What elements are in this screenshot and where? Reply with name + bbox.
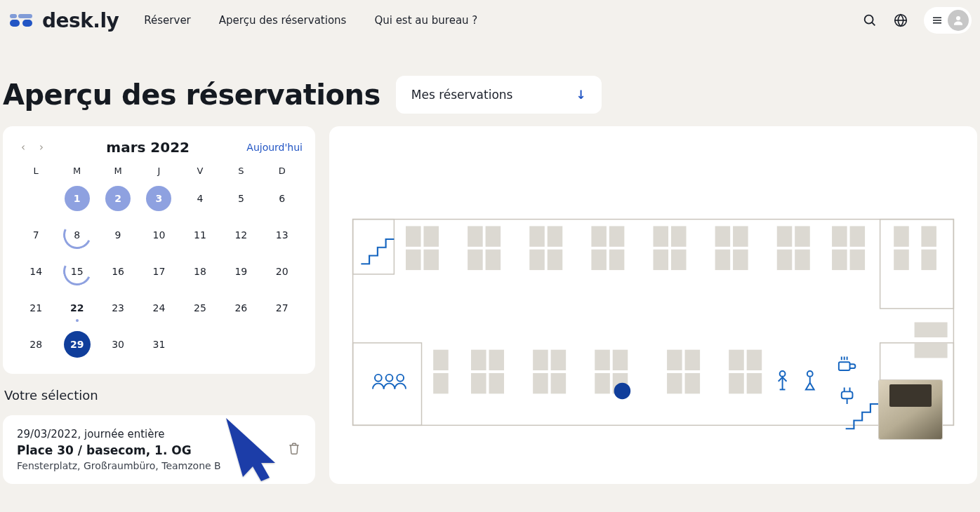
desk-cluster[interactable]	[654, 226, 687, 270]
search-icon	[862, 13, 878, 28]
logo[interactable]: desk.ly	[10, 9, 119, 32]
calendar-day[interactable]: 21	[15, 294, 56, 322]
calendar-day[interactable]: 13	[262, 221, 303, 249]
nav-reserve[interactable]: Réserver	[144, 14, 190, 27]
calendar-day[interactable]: 25	[180, 294, 220, 322]
calendar-dow: M	[56, 166, 97, 176]
calendar-day[interactable]: 4	[180, 184, 220, 213]
calendar-day[interactable]: 16	[98, 257, 138, 285]
calendar-day[interactable]: 14	[15, 257, 56, 285]
svg-point-19	[386, 375, 393, 382]
calendar-prev-button[interactable]: ‹	[15, 140, 31, 155]
calendar-dow: S	[220, 166, 261, 176]
floorplan[interactable]	[343, 140, 963, 470]
nav-who[interactable]: Qui est au bureau ?	[374, 14, 477, 27]
person-female-icon	[806, 371, 814, 389]
svg-point-18	[375, 375, 382, 382]
page-header: Aperçu des réservations Mes réservations…	[0, 41, 980, 126]
selection-place: Place 30 / basecom, 1. OG	[17, 443, 221, 457]
selection-card: 29/03/2022, journée entière Place 30 / b…	[3, 415, 315, 484]
globe-icon	[893, 13, 908, 28]
avatar-icon	[948, 10, 969, 31]
calendar-day[interactable]: 26	[220, 294, 261, 322]
desk-cluster[interactable]	[533, 350, 566, 394]
logo-mark-icon	[10, 13, 35, 28]
calendar-day[interactable]: 7	[15, 221, 56, 249]
stairs-icon	[361, 239, 394, 264]
calendar-dow: L	[15, 166, 56, 176]
desk[interactable]	[915, 322, 948, 337]
person-male-icon	[779, 371, 787, 389]
svg-point-22	[807, 371, 813, 377]
top-right	[862, 7, 974, 34]
desk-cluster[interactable]	[468, 226, 501, 270]
chevron-down-icon: ↓	[576, 88, 585, 102]
calendar-month-label: mars 2022	[106, 139, 190, 156]
desk-cluster[interactable]	[406, 226, 439, 270]
desk[interactable]	[915, 343, 948, 358]
calendar-dow: V	[180, 166, 220, 176]
calendar-grid: LMMJVSD123456789101112131415161718192021…	[15, 166, 303, 358]
calendar-day	[220, 330, 261, 358]
calendar-day[interactable]: 29	[56, 330, 97, 358]
calendar-next-button[interactable]: ›	[34, 140, 49, 155]
calendar-day[interactable]: 19	[220, 257, 261, 285]
logo-text: desk.ly	[42, 9, 119, 32]
selection-date: 29/03/2022, journée entière	[17, 428, 221, 440]
plug-icon	[842, 388, 853, 405]
user-menu[interactable]	[924, 7, 972, 34]
desk-cluster[interactable]	[591, 226, 624, 270]
desk-cluster[interactable]	[471, 350, 504, 394]
calendar-day[interactable]: 1	[56, 184, 97, 213]
calendar-day[interactable]: 5	[220, 184, 261, 213]
selection-heading: Votre sélection	[4, 388, 315, 403]
search-button[interactable]	[862, 13, 878, 28]
calendar-day[interactable]: 3	[138, 184, 179, 213]
svg-rect-16	[880, 220, 954, 309]
calendar-day[interactable]: 2	[98, 184, 138, 213]
filter-dropdown[interactable]: Mes réservations ↓	[396, 76, 602, 114]
svg-point-6	[956, 16, 960, 20]
desk-cluster[interactable]	[667, 350, 700, 394]
language-button[interactable]	[893, 13, 908, 28]
svg-rect-23	[839, 362, 850, 370]
room-photo-thumbnail[interactable]	[879, 380, 942, 439]
nav-overview[interactable]: Aperçu des réservations	[219, 14, 347, 27]
content: ‹ › mars 2022 Aujourd'hui LMMJVSD1234567…	[0, 126, 980, 484]
desk-cluster[interactable]	[529, 226, 562, 270]
desk-cluster[interactable]	[433, 350, 449, 394]
left-column: ‹ › mars 2022 Aujourd'hui LMMJVSD1234567…	[3, 126, 315, 484]
calendar-day[interactable]: 22	[56, 294, 97, 322]
svg-point-0	[865, 15, 873, 24]
calendar-day[interactable]: 8	[56, 221, 97, 249]
desk-cluster[interactable]	[729, 350, 762, 394]
calendar-day[interactable]: 20	[262, 257, 303, 285]
desk-cluster[interactable]	[921, 226, 936, 270]
main-nav: Réserver Aperçu des réservations Qui est…	[144, 14, 477, 27]
calendar-day[interactable]: 6	[262, 184, 303, 213]
calendar-day[interactable]: 15	[56, 257, 97, 285]
calendar-day[interactable]: 10	[138, 221, 179, 249]
delete-selection-button[interactable]	[287, 440, 301, 459]
desk-cluster[interactable]	[777, 226, 810, 270]
selected-desk-marker[interactable]	[614, 383, 631, 400]
calendar-day[interactable]: 24	[138, 294, 179, 322]
calendar-day[interactable]: 27	[262, 294, 303, 322]
desk-cluster[interactable]	[894, 226, 909, 270]
calendar-day[interactable]: 9	[98, 221, 138, 249]
floorplan-card	[329, 126, 977, 484]
calendar-day[interactable]: 17	[138, 257, 179, 285]
svg-point-20	[397, 375, 404, 382]
calendar-day[interactable]: 18	[180, 257, 220, 285]
calendar-day[interactable]: 28	[15, 330, 56, 358]
calendar-day[interactable]: 11	[180, 221, 220, 249]
calendar-today-button[interactable]: Aujourd'hui	[246, 142, 303, 153]
coffee-icon	[839, 356, 856, 370]
calendar-day[interactable]: 23	[98, 294, 138, 322]
desk-cluster[interactable]	[832, 226, 865, 270]
calendar-day[interactable]: 12	[220, 221, 261, 249]
calendar-day[interactable]: 31	[138, 330, 179, 358]
desk-cluster[interactable]	[715, 226, 748, 270]
calendar-day[interactable]: 30	[98, 330, 138, 358]
calendar-dow: M	[98, 166, 138, 176]
